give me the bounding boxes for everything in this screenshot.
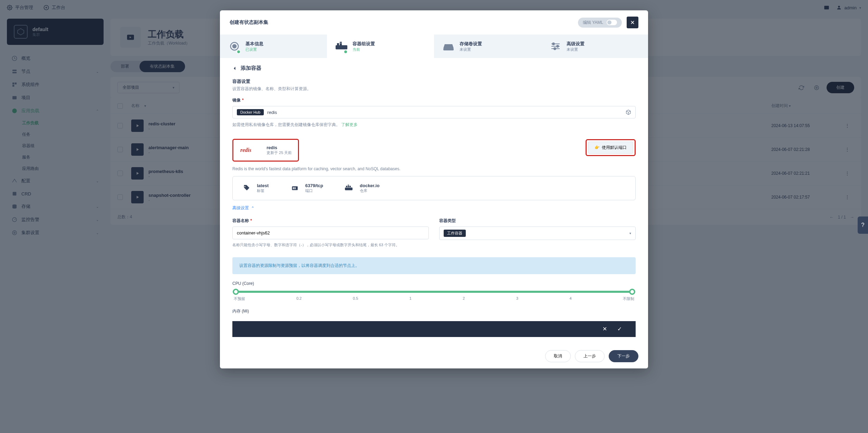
modal-header: 创建有状态副本集 编辑 YAML — [220, 10, 648, 35]
image-label: 镜像* — [232, 97, 636, 103]
chevron-down-icon: ▾ — [629, 231, 631, 235]
use-default-port-button[interactable]: 👉 使用默认端口 — [588, 142, 633, 154]
modal-body: 添加容器 容器设置 设置容器的镜像、名称、类型和计算资源。 镜像* Docker… — [220, 58, 648, 344]
svg-rect-32 — [336, 45, 347, 49]
svg-text:redis: redis — [240, 147, 251, 153]
modal-footer: 取消 上一步 下一步 — [220, 344, 648, 368]
container-settings-desc: 设置容器的镜像、名称、类型和计算资源。 — [232, 86, 636, 92]
memory-label: 内存 (Mi) — [232, 308, 636, 314]
svg-point-42 — [554, 48, 556, 50]
sliders-icon — [549, 40, 562, 52]
container-type-label: 容器类型 — [439, 218, 636, 224]
container-name-help: 名称只能包含小写字母、数字和连字符（-），必须以小写字母或数字开头和结尾，最长 … — [232, 242, 429, 248]
next-step-button[interactable]: 下一步 — [609, 350, 638, 362]
memory-slider-section: 内存 (Mi) — [232, 308, 636, 314]
port-icon — [289, 183, 300, 194]
svg-point-31 — [233, 45, 236, 48]
section-header: 添加容器 — [232, 65, 636, 71]
resource-info-banner: 设置容器的资源限制与资源预留，以将容器调度到合适的节点上。 — [232, 257, 636, 274]
modal-title: 创建有状态副本集 — [230, 19, 268, 26]
svg-rect-36 — [443, 48, 454, 50]
svg-rect-33 — [337, 43, 339, 45]
svg-point-38 — [552, 43, 554, 45]
svg-rect-47 — [295, 187, 296, 189]
container-action-bar: ✕ ✓ — [232, 321, 636, 337]
confirm-container-icon[interactable]: ✓ — [617, 326, 622, 332]
detail-tag: latest标签 — [241, 183, 269, 194]
back-arrow-icon[interactable] — [232, 66, 237, 71]
cpu-slider-min-handle[interactable] — [233, 289, 239, 295]
tag-icon — [241, 183, 252, 194]
result-image-updated: 更新于 25 天前 — [267, 150, 292, 155]
step-storage[interactable]: 存储卷设置未设置 — [434, 35, 541, 58]
cpu-slider-max-handle[interactable] — [629, 289, 635, 295]
svg-rect-49 — [346, 186, 347, 187]
storage-icon — [442, 40, 455, 52]
image-value: redis — [267, 110, 277, 115]
advanced-settings-toggle[interactable]: 高级设置 ⌃ — [232, 205, 636, 211]
step-basic-info[interactable]: 基本信息已设置 — [220, 35, 327, 58]
toggle-switch — [607, 20, 617, 25]
current-badge-icon — [344, 50, 348, 54]
result-image-name: redis — [267, 145, 292, 150]
svg-rect-52 — [348, 185, 349, 185]
container-form-row: 容器名称* 名称只能包含小写字母、数字和连字符（-），必须以小写字母或数字开头和… — [232, 218, 636, 248]
container-name-input[interactable] — [232, 227, 429, 239]
cpu-slider[interactable] — [236, 291, 632, 293]
point-right-icon: 👉 — [595, 145, 600, 150]
step-tabs: 基本信息已设置 容器组设置当前 存储卷设置未设置 高级设置未设置 — [220, 35, 648, 58]
image-description: Redis is the world's fastest data platfo… — [232, 166, 636, 171]
image-input[interactable]: Docker Hub redis — [232, 106, 636, 118]
check-badge-icon — [237, 50, 241, 54]
docker-icon — [344, 183, 355, 194]
redis-logo-icon: redis — [240, 145, 260, 156]
cpu-slider-section: CPU (Core) 不预留 0.2 0.5 1 2 3 4 不限制 — [232, 281, 636, 301]
yaml-toggle[interactable]: 编辑 YAML — [578, 18, 622, 28]
svg-rect-48 — [345, 187, 353, 190]
default-port-highlight: 👉 使用默认端口 — [586, 139, 636, 156]
svg-rect-34 — [340, 43, 342, 45]
registry-chip: Docker Hub — [237, 109, 264, 115]
svg-point-40 — [557, 45, 559, 47]
svg-rect-46 — [293, 187, 294, 189]
detail-registry: docker.io仓库 — [344, 183, 379, 194]
cpu-label: CPU (Core) — [232, 281, 636, 286]
cancel-container-icon[interactable]: ✕ — [602, 326, 607, 332]
container-settings-title: 容器设置 — [232, 78, 636, 85]
step-pod-settings[interactable]: 容器组设置当前 — [327, 35, 434, 58]
chevron-up-icon: ⌃ — [251, 206, 254, 211]
cube-icon — [626, 109, 631, 115]
image-help: 如需使用私有镜像仓库，您需要先创建镜像仓库保密字典。 了解更多 — [232, 122, 636, 128]
container-type-select[interactable]: 工作容器 ▾ — [439, 227, 636, 240]
image-result-card: redis redis 更新于 25 天前 — [232, 139, 299, 162]
close-icon — [630, 20, 635, 25]
create-statefulset-modal: 创建有状态副本集 编辑 YAML 基本信息已设置 容器组设置当前 — [220, 10, 648, 368]
help-badge[interactable]: ? — [858, 216, 868, 234]
svg-rect-51 — [349, 186, 351, 187]
svg-rect-35 — [340, 42, 342, 43]
image-details-card: latest标签 6379/tcp端口 docker.io仓库 — [232, 176, 636, 200]
cpu-ticks: 不预留 0.2 0.5 1 2 3 4 不限制 — [232, 296, 636, 301]
container-name-label: 容器名称* — [232, 218, 429, 224]
learn-more-link[interactable]: 了解更多 — [341, 122, 358, 127]
modal-overlay: 创建有状态副本集 编辑 YAML 基本信息已设置 容器组设置当前 — [0, 0, 868, 433]
svg-rect-50 — [348, 186, 349, 187]
cancel-button[interactable]: 取消 — [545, 350, 571, 362]
prev-step-button[interactable]: 上一步 — [575, 350, 605, 362]
svg-point-44 — [244, 186, 245, 187]
step-advanced[interactable]: 高级设置未设置 — [541, 35, 648, 58]
detail-port: 6379/tcp端口 — [289, 183, 323, 194]
close-button[interactable] — [627, 17, 638, 28]
